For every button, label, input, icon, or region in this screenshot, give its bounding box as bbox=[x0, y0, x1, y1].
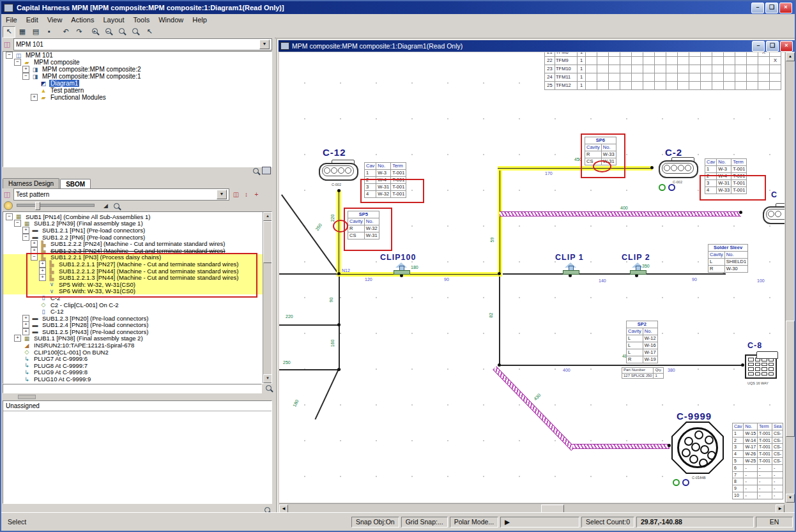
clip-icon[interactable] bbox=[629, 262, 646, 275]
menu-file[interactable]: File bbox=[1, 15, 22, 24]
slider-thumb[interactable] bbox=[35, 202, 40, 210]
wire-segment[interactable] bbox=[279, 273, 339, 275]
collapse-toggle[interactable]: − bbox=[31, 254, 38, 261]
compare-icon[interactable]: ◫ bbox=[232, 191, 240, 198]
tree-item[interactable]: +▬SUB1.2.3 [PN20] (Pre-load connectors) bbox=[3, 315, 263, 322]
cursor-button[interactable]: ↖ bbox=[143, 26, 156, 38]
connector-label-c8[interactable]: C-8 bbox=[747, 341, 762, 350]
collapse-toggle[interactable]: − bbox=[6, 213, 13, 220]
expand-toggle[interactable]: + bbox=[22, 328, 29, 335]
wire-segment[interactable] bbox=[339, 273, 340, 370]
select-button[interactable]: ↖ bbox=[3, 26, 15, 38]
restore-button[interactable]: ❑ bbox=[766, 41, 779, 52]
tree-item[interactable]: ∨SP6 With: W-33, W-31(CS0) bbox=[3, 288, 263, 295]
collapse-toggle[interactable]: − bbox=[14, 59, 21, 66]
expand-toggle[interactable]: + bbox=[39, 268, 46, 275]
tree-item[interactable]: −▰MPM composite bbox=[3, 59, 272, 66]
menu-view[interactable]: View bbox=[43, 15, 67, 24]
wire-segment[interactable] bbox=[499, 276, 500, 365]
tree-item[interactable]: +▙SUB1.2.2.1.3 [PN44] (Machine - Cut and… bbox=[3, 274, 263, 281]
connector-label-edge[interactable]: C bbox=[771, 190, 777, 199]
wire-highlighted[interactable] bbox=[498, 166, 652, 171]
connector-label-c2[interactable]: C-2 bbox=[665, 147, 682, 158]
clip-icon[interactable] bbox=[562, 262, 579, 275]
redo-button[interactable]: ↷ bbox=[73, 26, 86, 38]
zoom-area-button[interactable] bbox=[116, 26, 129, 38]
tree-item[interactable]: ◇C2 - Clip[CL-001] On C-2 bbox=[3, 301, 263, 308]
tree-item[interactable]: ↳PLUG7 At C-9999:6 bbox=[3, 355, 263, 362]
play-icon[interactable]: ▶ bbox=[505, 518, 510, 526]
diagram-canvas[interactable]: 21TFM81X22TFM91X23TFM10124TFM11125TFM121… bbox=[279, 52, 785, 503]
highlight-icon[interactable] bbox=[4, 201, 13, 210]
c2-wire-table[interactable]: CavNo.Term1W-3T-0012W-4T-0013W-31T-0014W… bbox=[705, 158, 747, 194]
close-button[interactable]: × bbox=[779, 3, 792, 13]
tree-item[interactable]: +▬SUB1.2.1 [PN1] (Pre-load connectors) bbox=[3, 227, 263, 234]
save-button[interactable]: ▪ bbox=[43, 26, 56, 38]
menu-actions[interactable]: Actions bbox=[66, 15, 98, 24]
tree-item[interactable]: ◩Diagram1 bbox=[3, 80, 272, 87]
wire-twisted[interactable] bbox=[493, 366, 575, 451]
wire-segment[interactable] bbox=[279, 324, 339, 326]
tree-item[interactable]: ↳PLUG10 At C-9999:9 bbox=[3, 376, 263, 383]
pattern-selector[interactable]: Test pattern ▼ bbox=[13, 188, 229, 201]
connector-c8[interactable] bbox=[745, 354, 777, 379]
tree-item[interactable]: −▙SUB1.2.2.1 [PN3] (Process daisy chains… bbox=[3, 254, 263, 261]
tree-item[interactable]: +▬SUB1.2.5 [PN43] (Pre-load connectors) bbox=[3, 328, 263, 335]
expand-toggle[interactable]: + bbox=[22, 66, 29, 73]
tree-item[interactable]: ↳PLUG8 At C-9999:7 bbox=[3, 362, 263, 369]
scroll-up-arrow[interactable]: ▲ bbox=[263, 212, 272, 221]
minimize-button[interactable]: – bbox=[751, 3, 764, 13]
tree-item[interactable]: +◨MPM composite:MPM composite:2 bbox=[3, 66, 272, 73]
tree-item[interactable]: +▙SUB1.2.2.3 [PN24] (Machine - Cut and t… bbox=[3, 247, 263, 254]
collapse-toggle[interactable]: − bbox=[22, 234, 29, 241]
sp2-table[interactable]: SP2CavityNo.LW-12LW-16LW-17RW-19 bbox=[626, 321, 658, 363]
zoom-out-button[interactable]: − bbox=[103, 26, 116, 38]
polar-mode-toggle[interactable]: Polar Mode... bbox=[450, 517, 498, 528]
tree-item[interactable]: ◇CLIP100[CL-001] On BUN2 bbox=[3, 349, 263, 356]
grid-snap-toggle[interactable]: Grid Snap:... bbox=[401, 517, 448, 528]
sbom-scrollbar[interactable]: ▲ ▼ bbox=[263, 212, 272, 383]
c12-wire-table[interactable]: CavNo.Term1W-3T-0012W-4T-0013W-31T-0014W… bbox=[364, 162, 406, 198]
harness-button[interactable]: ▦ bbox=[16, 26, 29, 38]
expand-toggle[interactable]: + bbox=[31, 247, 38, 254]
wire-segment[interactable] bbox=[279, 369, 339, 370]
zoom-fit-button[interactable] bbox=[130, 26, 142, 38]
zoom-in-button[interactable]: + bbox=[89, 26, 102, 38]
diagram-vscrollbar[interactable]: ▲ ▼ bbox=[785, 52, 795, 503]
collapse-toggle[interactable]: − bbox=[14, 220, 21, 227]
close-button[interactable]: × bbox=[780, 41, 793, 52]
clip-icon[interactable] bbox=[393, 262, 409, 275]
expand-toggle[interactable]: + bbox=[22, 315, 29, 322]
clip-label-clip100[interactable]: CLIP100 bbox=[380, 253, 416, 262]
scroll-thumb[interactable] bbox=[786, 321, 795, 437]
tree-item[interactable]: −▦SUB1.2 [PN39] (Final assembly stage 1) bbox=[3, 220, 263, 227]
chevron-down-icon[interactable]: ▼ bbox=[259, 40, 270, 49]
tree-item[interactable]: ▯C-2 bbox=[3, 294, 263, 301]
wire-segment[interactable] bbox=[500, 365, 743, 366]
open-button[interactable]: ▤ bbox=[29, 26, 42, 38]
tree-item[interactable]: ▲Test pattern bbox=[3, 87, 272, 94]
scroll-thumb[interactable] bbox=[263, 221, 272, 263]
connector-c9999[interactable] bbox=[671, 422, 724, 474]
filter-input[interactable] bbox=[3, 384, 262, 393]
zoom-slider[interactable] bbox=[17, 204, 95, 207]
menu-layout[interactable]: Layout bbox=[98, 15, 128, 24]
project-selector[interactable]: MPM 101 ▼ bbox=[13, 38, 272, 50]
collapse-toggle[interactable]: − bbox=[22, 73, 29, 80]
wire-segment[interactable] bbox=[281, 194, 339, 273]
undo-button[interactable]: ↶ bbox=[59, 26, 72, 38]
expand-toggle[interactable]: + bbox=[14, 335, 21, 342]
tree-item[interactable]: +▙SUB1.2.2.2 [PN24] (Machine - Cut and t… bbox=[3, 240, 263, 247]
collapse-toggle[interactable]: − bbox=[6, 52, 13, 59]
expand-toggle[interactable]: + bbox=[22, 227, 29, 234]
restore-button[interactable]: ❑ bbox=[765, 3, 778, 13]
wire-twisted[interactable] bbox=[500, 211, 741, 217]
play-segment[interactable]: ▶ bbox=[500, 517, 579, 528]
solder-sleeve-table[interactable]: Solder SleevCavityNo.LSHIELD1RW-30 bbox=[708, 244, 748, 273]
tree-item[interactable]: +▙SUB1.2.2.1.1 [PN27] (Machine - Cut and… bbox=[3, 261, 263, 268]
menu-tools[interactable]: Tools bbox=[128, 15, 154, 24]
tree-item[interactable]: ∨SP5 With: W-32, W-31(CS0) bbox=[3, 281, 263, 288]
clip-label-clip2[interactable]: CLIP 2 bbox=[622, 253, 650, 262]
tree-item[interactable]: +▬SUB1.2.4 [PN28] (Pre-load connectors) bbox=[3, 322, 263, 329]
menu-window[interactable]: Window bbox=[154, 15, 188, 24]
